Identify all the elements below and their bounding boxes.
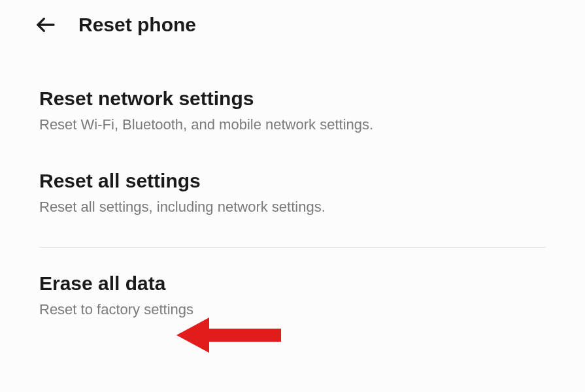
option-title: Erase all data	[39, 272, 546, 295]
back-arrow-icon[interactable]	[33, 12, 59, 38]
option-title: Reset network settings	[39, 88, 546, 110]
header: Reset phone	[0, 0, 585, 50]
page-title: Reset phone	[78, 14, 196, 36]
option-subtitle: Reset all settings, including network se…	[39, 199, 546, 216]
reset-network-settings-option[interactable]: Reset network settings Reset Wi-Fi, Blue…	[39, 69, 546, 152]
content-area: Reset network settings Reset Wi-Fi, Blue…	[0, 50, 585, 336]
divider	[39, 247, 546, 248]
reset-all-settings-option[interactable]: Reset all settings Reset all settings, i…	[39, 152, 546, 234]
erase-all-data-option[interactable]: Erase all data Reset to factory settings	[39, 254, 546, 336]
option-title: Reset all settings	[39, 170, 546, 192]
option-subtitle: Reset Wi-Fi, Bluetooth, and mobile netwo…	[39, 116, 546, 133]
option-subtitle: Reset to factory settings	[39, 301, 546, 318]
